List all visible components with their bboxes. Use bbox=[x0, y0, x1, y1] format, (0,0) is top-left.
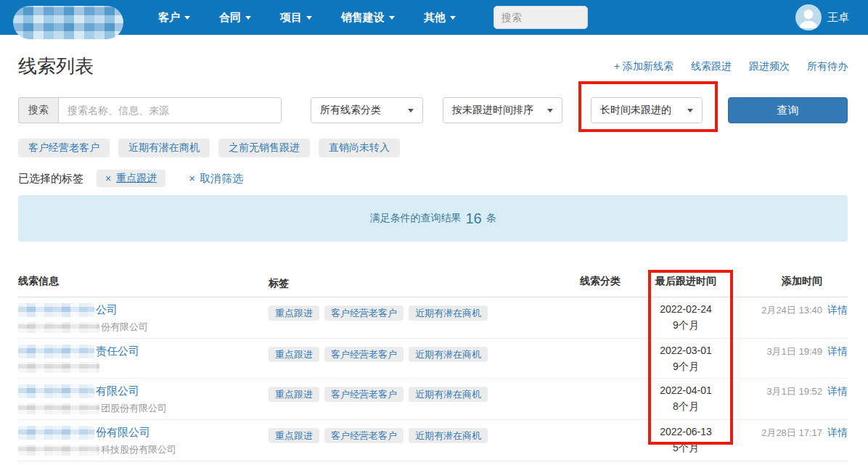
menu-customers[interactable]: 客户 bbox=[144, 0, 205, 35]
lead-name-link[interactable]: 责任公司 bbox=[18, 345, 269, 358]
main-menu: 客户 合同 项目 销售建设 其他 bbox=[144, 0, 470, 35]
last-ago: 5个月 bbox=[621, 442, 751, 455]
chevron-down-icon bbox=[389, 16, 395, 20]
lead-tags: 重点跟进客户经营老客户近期有潜在商机 bbox=[269, 303, 490, 334]
quick-tag-recent-opportunity[interactable]: 近期有潜在商机 bbox=[118, 139, 210, 157]
detail-link[interactable]: 详情 bbox=[827, 345, 848, 358]
lead-followup-link[interactable]: 线索跟进 bbox=[691, 60, 732, 73]
header-last-followup: 最后跟进时间 bbox=[621, 275, 751, 290]
category-select[interactable]: 所有线索分类 bbox=[311, 97, 423, 123]
lead-tag: 近期有潜在商机 bbox=[409, 347, 488, 362]
leads-table-body: 公司 份有限公司 重点跟进客户经营老客户近期有潜在商机 2022-02-24 9… bbox=[18, 297, 848, 465]
lead-sub-suffix: 份有限公司 bbox=[101, 321, 148, 334]
lead-category bbox=[490, 384, 621, 415]
lead-name-link[interactable]: 公司 bbox=[18, 303, 269, 317]
lead-name-link[interactable]: 份有限公司 bbox=[18, 426, 269, 440]
chevron-down-icon bbox=[306, 16, 312, 20]
page-title: 线索列表 bbox=[18, 54, 94, 79]
lead-tag: 重点跟进 bbox=[269, 387, 319, 402]
added-time: 2月24日 13:40 bbox=[761, 305, 822, 316]
app-logo-blurred[interactable] bbox=[13, 6, 123, 39]
lead-tag: 客户经营老客户 bbox=[324, 305, 404, 321]
global-search-input[interactable] bbox=[494, 6, 588, 29]
lead-tag: 客户经营老客户 bbox=[324, 428, 404, 443]
lead-tag: 客户经营老客户 bbox=[324, 347, 404, 362]
menu-label: 客户 bbox=[158, 11, 180, 25]
select-value: 所有线索分类 bbox=[320, 104, 381, 117]
lead-tag: 近期有潜在商机 bbox=[409, 387, 488, 402]
lead-tag: 重点跟进 bbox=[269, 347, 319, 362]
table-row: 公司 份有限公司 重点跟进客户经营老客户近期有潜在商机 2022-02-24 9… bbox=[18, 297, 848, 339]
table-row: 限公司 重点跟进客户经营老客户近期有潜在商机 2022-06-14 6月14日 … bbox=[18, 461, 848, 465]
user-menu[interactable]: 王卓 bbox=[795, 4, 849, 30]
lead-category bbox=[490, 426, 621, 456]
lead-tags: 重点跟进客户经营老客户近期有潜在商机 bbox=[269, 426, 490, 456]
time-filter-select[interactable]: 长时间未跟进的 bbox=[591, 97, 703, 123]
menu-label: 其他 bbox=[424, 11, 446, 25]
quick-tag-no-sales-followup[interactable]: 之前无销售跟进 bbox=[218, 139, 310, 157]
lead-subline: 团股份有限公司 bbox=[18, 402, 269, 415]
menu-sales-building[interactable]: 销售建设 bbox=[327, 0, 409, 35]
filter-bar: 搜索 所有线索分类 按未跟进时间排序 长时间未跟进的 查询 bbox=[18, 97, 848, 123]
query-button[interactable]: 查询 bbox=[728, 97, 848, 123]
chevron-down-icon bbox=[687, 109, 693, 112]
result-count-banner: 满足条件的查询结果 16 条 bbox=[18, 195, 848, 242]
search-label: 搜索 bbox=[18, 97, 58, 123]
add-lead-link[interactable]: + 添加新线索 bbox=[614, 60, 673, 73]
chevron-down-icon bbox=[408, 109, 414, 112]
clear-filter-link[interactable]: ×取消筛选 bbox=[189, 172, 243, 186]
last-date: 2022-04-01 bbox=[621, 384, 751, 396]
menu-projects[interactable]: 项目 bbox=[266, 0, 327, 35]
lead-subline bbox=[18, 362, 269, 373]
table-row: 份有限公司 科技股份有限公司 重点跟进客户经营老客户近期有潜在商机 2022-0… bbox=[18, 420, 848, 461]
blurred-company-name bbox=[18, 345, 94, 358]
detail-link[interactable]: 详情 bbox=[827, 427, 848, 440]
header-tags: 标签 bbox=[269, 275, 490, 290]
banner-suffix: 条 bbox=[486, 212, 496, 225]
blurred-company-name bbox=[18, 384, 94, 398]
header-added-time: 添加时间 bbox=[751, 275, 822, 290]
menu-contracts[interactable]: 合同 bbox=[205, 0, 266, 35]
lead-tag: 重点跟进 bbox=[269, 305, 319, 321]
quick-tag-direct-sales[interactable]: 直销尚未转入 bbox=[319, 139, 400, 157]
chevron-down-icon bbox=[184, 16, 190, 20]
table-row: 有限公司 团股份有限公司 重点跟进客户经营老客户近期有潜在商机 2022-04-… bbox=[18, 379, 848, 420]
blurred-company-name bbox=[18, 426, 94, 440]
added-time: 3月1日 19:49 bbox=[766, 346, 822, 357]
lead-tag: 近期有潜在商机 bbox=[409, 305, 488, 321]
blurred-company-subname bbox=[18, 362, 99, 373]
quick-tag-old-customer[interactable]: 客户经营老客户 bbox=[18, 139, 110, 157]
page-header: 线索列表 + 添加新线索 线索跟进 跟进频次 所有待办 bbox=[18, 54, 848, 79]
lead-tags: 重点跟进客户经营老客户近期有潜在商机 bbox=[269, 345, 490, 374]
chevron-down-icon bbox=[450, 16, 456, 20]
lead-name-suffix: 责任公司 bbox=[96, 345, 139, 358]
page-actions: + 添加新线索 线索跟进 跟进频次 所有待办 bbox=[614, 60, 848, 73]
header-category: 线索分类 bbox=[490, 275, 621, 290]
lead-category bbox=[490, 303, 621, 334]
header-lead-info: 线索信息 bbox=[18, 275, 269, 290]
lead-tag: 近期有潜在商机 bbox=[409, 428, 488, 443]
quick-tag-row: 客户经营老客户 近期有潜在商机 之前无销售跟进 直销尚未转入 bbox=[18, 139, 848, 157]
lead-name-link[interactable]: 有限公司 bbox=[18, 384, 269, 398]
added-time: 3月1日 19:52 bbox=[766, 386, 822, 397]
remove-tag-icon[interactable]: × bbox=[105, 173, 111, 184]
lead-sub-suffix: 科技股份有限公司 bbox=[101, 443, 176, 456]
detail-link[interactable]: 详情 bbox=[827, 385, 848, 398]
blurred-company-subname bbox=[18, 403, 99, 414]
all-todos-link[interactable]: 所有待办 bbox=[807, 60, 848, 73]
selected-tag-label: 重点跟进 bbox=[116, 172, 157, 185]
detail-link[interactable]: 详情 bbox=[827, 304, 848, 317]
last-date: 2022-06-13 bbox=[621, 426, 751, 437]
last-date: 2022-03-01 bbox=[621, 345, 751, 356]
clear-label: 取消筛选 bbox=[200, 172, 243, 184]
sort-select[interactable]: 按未跟进时间排序 bbox=[443, 97, 562, 123]
lead-search-input[interactable] bbox=[58, 97, 282, 123]
menu-others[interactable]: 其他 bbox=[409, 0, 470, 35]
selected-tag-chip[interactable]: × 重点跟进 bbox=[97, 170, 165, 187]
lead-subline: 科技股份有限公司 bbox=[18, 443, 269, 456]
select-value: 按未跟进时间排序 bbox=[452, 104, 533, 117]
lead-sub-suffix: 团股份有限公司 bbox=[101, 402, 167, 415]
lead-category bbox=[490, 345, 621, 374]
banner-prefix: 满足条件的查询结果 bbox=[369, 212, 461, 225]
followup-frequency-link[interactable]: 跟进频次 bbox=[749, 60, 790, 73]
